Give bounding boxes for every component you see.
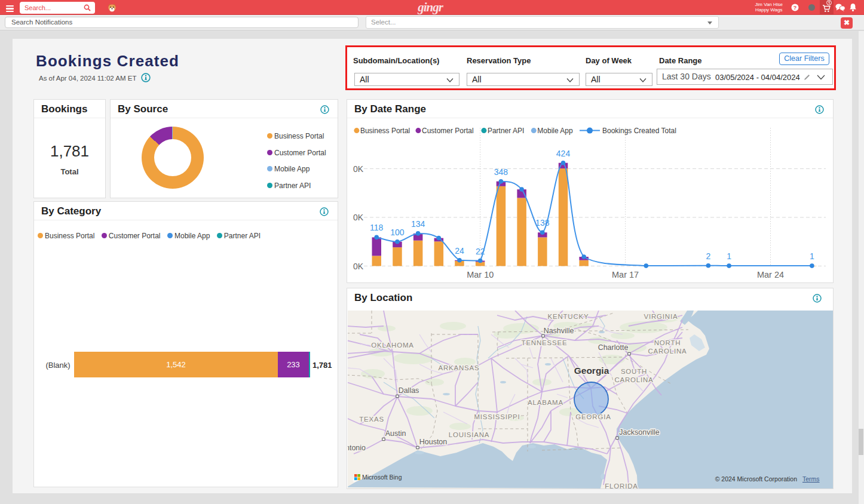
svg-text:0K: 0K — [353, 262, 364, 271]
svg-text:Bookings Created Total: Bookings Created Total — [602, 127, 676, 135]
svg-text:Business Portal: Business Portal — [360, 127, 410, 135]
svg-text:Mar 10: Mar 10 — [467, 270, 494, 279]
svg-text:1: 1 — [810, 251, 814, 261]
svg-text:22: 22 — [476, 247, 485, 256]
svg-text:Mar 24: Mar 24 — [757, 270, 784, 279]
svg-text:424: 424 — [556, 149, 571, 158]
svg-text:Partner API: Partner API — [488, 127, 524, 135]
svg-text:Nashville: Nashville — [544, 327, 574, 335]
svg-text:Houston: Houston — [419, 438, 448, 446]
svg-text:Charlotte: Charlotte — [598, 343, 629, 352]
svg-text:FLORIDA: FLORIDA — [605, 483, 638, 488]
svg-text:Jacksonville: Jacksonville — [619, 428, 659, 437]
svg-text:2: 2 — [706, 251, 711, 261]
svg-text:Austin: Austin — [385, 429, 406, 438]
svg-text:VIRGINIA: VIRGINIA — [644, 313, 678, 320]
svg-text:348: 348 — [494, 167, 508, 177]
svg-text:0K: 0K — [353, 213, 364, 222]
svg-text:Customer Portal: Customer Portal — [422, 127, 474, 135]
svg-text:?: ? — [793, 5, 797, 11]
svg-text:138: 138 — [535, 218, 550, 228]
svg-text:Terms: Terms — [802, 475, 820, 483]
svg-text:0K: 0K — [353, 164, 364, 174]
svg-text:KENTUCKY: KENTUCKY — [547, 313, 589, 320]
svg-text:Mobile App: Mobile App — [537, 127, 573, 135]
svg-text:OKLAHOMA: OKLAHOMA — [371, 342, 414, 349]
svg-text:CAROLINA: CAROLINA — [648, 348, 687, 355]
svg-text:CAROLINA: CAROLINA — [614, 376, 653, 383]
svg-text:TENNESSEE: TENNESSEE — [522, 339, 568, 346]
svg-text:ALABAMA: ALABAMA — [528, 399, 563, 406]
svg-text:100: 100 — [390, 228, 405, 237]
svg-text:GEORGIA: GEORGIA — [575, 413, 611, 420]
svg-text:Microsoft Bing: Microsoft Bing — [362, 474, 402, 481]
svg-text:ntonio: ntonio — [348, 444, 366, 452]
svg-text:NORTH: NORTH — [654, 339, 681, 346]
svg-text:1: 1 — [727, 251, 731, 261]
svg-text:118: 118 — [370, 223, 384, 232]
svg-text:SOUTH: SOUTH — [621, 368, 647, 375]
svg-text:Mar 17: Mar 17 — [612, 270, 639, 279]
svg-text:Dallas: Dallas — [399, 386, 419, 395]
svg-text:Georgia: Georgia — [574, 365, 609, 376]
svg-text:TEXAS: TEXAS — [359, 416, 384, 423]
svg-text:MISSISSIPPI: MISSISSIPPI — [474, 413, 520, 420]
svg-text:ARKANSAS: ARKANSAS — [438, 364, 479, 371]
svg-text:© 2024 Microsoft Corporation: © 2024 Microsoft Corporation — [715, 475, 797, 483]
svg-text:134: 134 — [411, 219, 425, 229]
svg-text:LOUISIANA: LOUISIANA — [449, 431, 490, 438]
svg-text:24: 24 — [455, 246, 464, 256]
